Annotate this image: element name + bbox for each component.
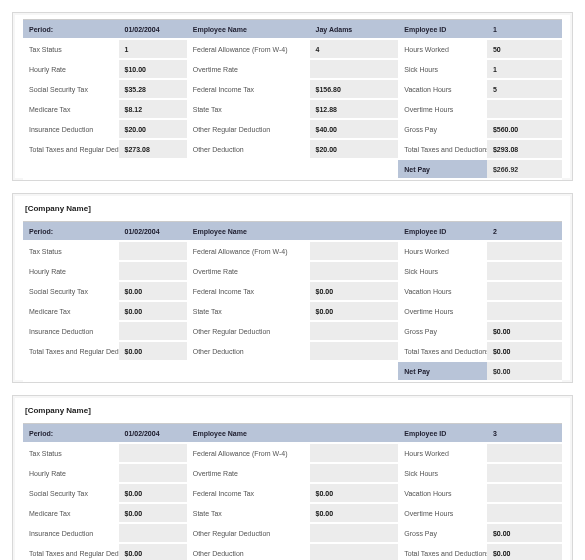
paystub-1: Period:01/02/2004Employee NameJay AdamsE… [12, 12, 573, 181]
lbl-fit: Federal Income Tax [187, 483, 310, 503]
lbl-hours: Hours Worked [398, 39, 487, 59]
blank [310, 159, 399, 179]
lbl-otherded: Other Deduction [187, 341, 310, 361]
lbl-ins: Insurance Deduction [23, 523, 119, 543]
lbl-otherreg: Other Regular Deduction [187, 321, 310, 341]
company-name: [Company Name] [23, 200, 562, 221]
val-otrate [310, 463, 399, 483]
lbl-netpay: Net Pay [398, 159, 487, 179]
blank [119, 159, 187, 179]
lbl-fit: Federal Income Tax [187, 79, 310, 99]
hdr-period: Period: [23, 20, 119, 40]
hdr-empname: Employee Name [187, 424, 310, 444]
lbl-rate: Hourly Rate [23, 463, 119, 483]
paystub-document: Period:01/02/2004Employee NameJay AdamsE… [12, 12, 573, 560]
lbl-med: Medicare Tax [23, 99, 119, 119]
val-netpay: $266.92 [487, 159, 562, 179]
blank [119, 361, 187, 381]
val-rate [119, 261, 187, 281]
val-vac [487, 281, 562, 301]
paystub-table: Period:01/02/2004Employee NameJay AdamsE… [23, 19, 562, 180]
val-sst: $0.00 [119, 483, 187, 503]
val-fedallow [310, 443, 399, 463]
val-med: $0.00 [119, 301, 187, 321]
val-period: 01/02/2004 [119, 20, 187, 40]
lbl-med: Medicare Tax [23, 301, 119, 321]
lbl-sst: Social Security Tax [23, 79, 119, 99]
val-hours [487, 443, 562, 463]
paystub-3: [Company Name]Period:01/02/2004Employee … [12, 395, 573, 560]
hdr-empid: Employee ID [398, 222, 487, 242]
blank [23, 159, 119, 179]
lbl-otherded: Other Deduction [187, 139, 310, 159]
val-totaltax: $0.00 [119, 341, 187, 361]
val-otrate [310, 261, 399, 281]
val-totalded: $293.08 [487, 139, 562, 159]
lbl-fit: Federal Income Tax [187, 281, 310, 301]
val-vac [487, 483, 562, 503]
lbl-otherreg: Other Regular Deduction [187, 523, 310, 543]
lbl-state: State Tax [187, 503, 310, 523]
val-othours [487, 503, 562, 523]
val-hours [487, 241, 562, 261]
val-totalded: $0.00 [487, 341, 562, 361]
val-sick [487, 463, 562, 483]
val-empid: 3 [487, 424, 562, 444]
val-fit: $0.00 [310, 281, 399, 301]
val-rate: $10.00 [119, 59, 187, 79]
val-empid: 1 [487, 20, 562, 40]
lbl-gross: Gross Pay [398, 523, 487, 543]
lbl-otherded: Other Deduction [187, 543, 310, 560]
lbl-taxstatus: Tax Status [23, 443, 119, 463]
lbl-othours: Overtime Hours [398, 301, 487, 321]
blank [23, 361, 119, 381]
blank [187, 159, 310, 179]
val-fedallow [310, 241, 399, 261]
lbl-totalded: Total Taxes and Deductions [398, 139, 487, 159]
paystub-table: Period:01/02/2004Employee NameEmployee I… [23, 221, 562, 382]
lbl-fedallow: Federal Allowance (From W-4) [187, 443, 310, 463]
val-med: $0.00 [119, 503, 187, 523]
lbl-sick: Sick Hours [398, 59, 487, 79]
hdr-period: Period: [23, 424, 119, 444]
val-othours [487, 99, 562, 119]
val-totaltax: $273.08 [119, 139, 187, 159]
lbl-othours: Overtime Hours [398, 99, 487, 119]
val-otherreg: $40.00 [310, 119, 399, 139]
lbl-totaltax: Total Taxes and Regular Deductions [23, 543, 119, 560]
lbl-otrate: Overtime Rate [187, 261, 310, 281]
lbl-taxstatus: Tax Status [23, 39, 119, 59]
val-taxstatus [119, 443, 187, 463]
lbl-sick: Sick Hours [398, 261, 487, 281]
val-empid: 2 [487, 222, 562, 242]
lbl-sick: Sick Hours [398, 463, 487, 483]
val-state: $0.00 [310, 301, 399, 321]
lbl-taxstatus: Tax Status [23, 241, 119, 261]
val-fit: $156.80 [310, 79, 399, 99]
val-sick: 1 [487, 59, 562, 79]
val-gross: $0.00 [487, 321, 562, 341]
val-rate [119, 463, 187, 483]
val-empname [310, 222, 399, 242]
val-empname [310, 424, 399, 444]
lbl-rate: Hourly Rate [23, 59, 119, 79]
val-ins [119, 321, 187, 341]
lbl-otrate: Overtime Rate [187, 59, 310, 79]
val-otherded [310, 543, 399, 560]
val-fedallow: 4 [310, 39, 399, 59]
lbl-vac: Vacation Hours [398, 79, 487, 99]
lbl-totalded: Total Taxes and Deductions [398, 543, 487, 560]
lbl-vac: Vacation Hours [398, 281, 487, 301]
lbl-fedallow: Federal Allowance (From W-4) [187, 241, 310, 261]
lbl-sst: Social Security Tax [23, 281, 119, 301]
val-gross: $0.00 [487, 523, 562, 543]
hdr-empname: Employee Name [187, 20, 310, 40]
lbl-med: Medicare Tax [23, 503, 119, 523]
val-otherreg [310, 321, 399, 341]
blank [187, 361, 310, 381]
val-totaltax: $0.00 [119, 543, 187, 560]
val-ins [119, 523, 187, 543]
blank [310, 361, 399, 381]
lbl-otherreg: Other Regular Deduction [187, 119, 310, 139]
lbl-totaltax: Total Taxes and Regular Deductions [23, 139, 119, 159]
